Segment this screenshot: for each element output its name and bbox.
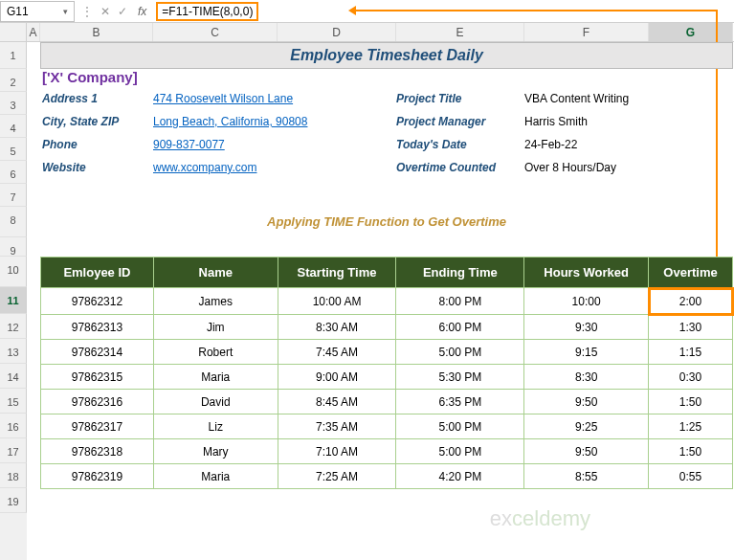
row-header[interactable]: 11 bbox=[0, 287, 27, 314]
table-cell[interactable]: 9:15 bbox=[524, 340, 649, 365]
row-header[interactable]: 12 bbox=[0, 314, 27, 339]
table-cell[interactable]: David bbox=[153, 390, 278, 414]
table-cell[interactable]: 8:55 bbox=[524, 464, 649, 489]
company-name[interactable]: ['X' Company] bbox=[42, 69, 138, 85]
row-header[interactable]: 8 bbox=[0, 207, 27, 237]
col-header-A[interactable]: A bbox=[27, 23, 40, 41]
subtitle[interactable]: Applying TIME Function to Get Overtime bbox=[40, 207, 733, 237]
table-cell[interactable]: 1:15 bbox=[649, 340, 733, 365]
table-cell[interactable]: 5:00 PM bbox=[396, 340, 524, 365]
table-cell[interactable]: James bbox=[153, 288, 278, 315]
pm-value[interactable]: Harris Smith bbox=[524, 115, 733, 138]
row-header[interactable]: 5 bbox=[0, 138, 27, 161]
row-header[interactable]: 4 bbox=[0, 115, 27, 138]
row-header[interactable]: 17 bbox=[0, 438, 27, 463]
row-header[interactable]: 6 bbox=[0, 161, 27, 184]
table-cell[interactable]: 10:00 AM bbox=[278, 288, 396, 315]
col-header-E[interactable]: E bbox=[396, 23, 524, 41]
table-cell[interactable]: 8:45 AM bbox=[278, 390, 396, 414]
name-box[interactable]: G11 ▾ bbox=[0, 1, 75, 22]
overtime-label[interactable]: Overtime Counted bbox=[396, 161, 524, 184]
row-header[interactable]: 13 bbox=[0, 339, 27, 364]
table-cell[interactable]: 97862318 bbox=[41, 439, 154, 464]
table-cell[interactable]: Jim bbox=[153, 315, 278, 340]
website-value[interactable]: www.xcompany.com bbox=[153, 161, 396, 184]
phone-label[interactable]: Phone bbox=[40, 138, 153, 161]
row-header[interactable]: 7 bbox=[0, 184, 27, 207]
table-cell[interactable]: 5:00 PM bbox=[396, 414, 524, 439]
table-cell[interactable]: 9:30 bbox=[524, 315, 649, 340]
spreadsheet-grid[interactable]: Employee Timesheet Daily ['X' Company] A… bbox=[27, 42, 734, 560]
date-label[interactable]: Today's Date bbox=[396, 138, 524, 161]
table-cell[interactable]: Maria bbox=[153, 365, 278, 390]
table-cell[interactable]: 1:25 bbox=[649, 414, 733, 439]
table-cell[interactable]: 97862315 bbox=[41, 365, 154, 390]
table-cell[interactable]: 97862317 bbox=[41, 414, 154, 439]
col-employee-id[interactable]: Emloyee ID bbox=[41, 258, 154, 288]
table-cell[interactable]: 9:00 AM bbox=[278, 365, 396, 390]
row-header[interactable]: 1 bbox=[0, 42, 27, 69]
address-label[interactable]: Address 1 bbox=[40, 92, 153, 115]
row-header[interactable]: 14 bbox=[0, 364, 27, 389]
city-value[interactable]: Long Beach, California, 90808 bbox=[153, 115, 396, 138]
pm-label[interactable]: Project Manager bbox=[396, 115, 524, 138]
col-name[interactable]: Name bbox=[153, 258, 278, 288]
select-all-corner[interactable] bbox=[0, 23, 27, 41]
city-label[interactable]: City, State ZIP bbox=[40, 115, 153, 138]
website-label[interactable]: Website bbox=[40, 161, 153, 184]
row-header[interactable]: 18 bbox=[0, 463, 27, 488]
table-cell[interactable]: 7:25 AM bbox=[278, 464, 396, 489]
table-cell[interactable]: 97862316 bbox=[41, 390, 154, 414]
table-cell[interactable]: 8:00 PM bbox=[396, 288, 524, 315]
table-cell[interactable]: 97862319 bbox=[41, 464, 154, 489]
table-cell[interactable]: Mary bbox=[153, 439, 278, 464]
enter-icon[interactable]: ✓ bbox=[115, 5, 130, 18]
table-cell[interactable]: 0:55 bbox=[649, 464, 733, 489]
table-cell[interactable]: Liz bbox=[153, 414, 278, 439]
table-cell[interactable]: 97862314 bbox=[41, 340, 154, 365]
table-cell[interactable]: Maria bbox=[153, 464, 278, 489]
col-hours[interactable]: Hours Worked bbox=[524, 258, 649, 288]
project-title-label[interactable]: Project Title bbox=[396, 92, 524, 115]
cancel-icon[interactable]: ✕ bbox=[98, 5, 113, 18]
table-cell[interactable]: 97862312 bbox=[41, 288, 154, 315]
row-header[interactable]: 10 bbox=[0, 257, 27, 287]
table-cell[interactable]: 10:00 bbox=[524, 288, 649, 315]
table-cell[interactable]: 4:20 PM bbox=[396, 464, 524, 489]
overtime-value[interactable]: Over 8 Hours/Day bbox=[524, 161, 733, 184]
col-header-D[interactable]: D bbox=[278, 23, 396, 41]
table-cell[interactable]: 1:30 bbox=[649, 315, 733, 340]
table-cell[interactable]: 7:45 AM bbox=[278, 340, 396, 365]
table-cell[interactable]: 2:00 bbox=[649, 288, 733, 315]
table-cell[interactable]: 8:30 bbox=[524, 365, 649, 390]
table-cell[interactable]: Robert bbox=[153, 340, 278, 365]
col-end[interactable]: Ending Time bbox=[396, 258, 524, 288]
row-header[interactable]: 16 bbox=[0, 414, 27, 438]
row-header[interactable]: 2 bbox=[0, 69, 27, 92]
date-value[interactable]: 24-Feb-22 bbox=[524, 138, 733, 161]
chevron-down-icon[interactable]: ▾ bbox=[63, 7, 68, 16]
table-cell[interactable]: 8:30 AM bbox=[278, 315, 396, 340]
table-cell[interactable]: 6:00 PM bbox=[396, 315, 524, 340]
table-cell[interactable]: 0:30 bbox=[649, 365, 733, 390]
row-header[interactable]: 9 bbox=[0, 237, 27, 257]
table-cell[interactable]: 1:50 bbox=[649, 439, 733, 464]
col-overtime[interactable]: Overtime bbox=[649, 258, 733, 288]
table-cell[interactable]: 9:50 bbox=[524, 390, 649, 414]
table-cell[interactable]: 7:35 AM bbox=[278, 414, 396, 439]
page-title[interactable]: Employee Timesheet Daily bbox=[40, 42, 733, 69]
col-header-G[interactable]: G bbox=[649, 23, 733, 41]
table-cell[interactable]: 5:00 PM bbox=[396, 439, 524, 464]
row-header[interactable]: 15 bbox=[0, 389, 27, 414]
table-cell[interactable]: 7:10 AM bbox=[278, 439, 396, 464]
col-header-F[interactable]: F bbox=[524, 23, 649, 41]
col-header-B[interactable]: B bbox=[40, 23, 153, 41]
phone-value[interactable]: 909-837-0077 bbox=[153, 138, 396, 161]
table-cell[interactable]: 5:30 PM bbox=[396, 365, 524, 390]
project-title-value[interactable]: VBA Content Writing bbox=[524, 92, 733, 115]
table-cell[interactable]: 9:50 bbox=[524, 439, 649, 464]
address-value[interactable]: 474 Roosevelt Wilson Lane bbox=[153, 92, 396, 115]
col-start[interactable]: Starting Time bbox=[278, 258, 396, 288]
table-cell[interactable]: 1:50 bbox=[649, 390, 733, 414]
row-header[interactable]: 19 bbox=[0, 488, 27, 513]
